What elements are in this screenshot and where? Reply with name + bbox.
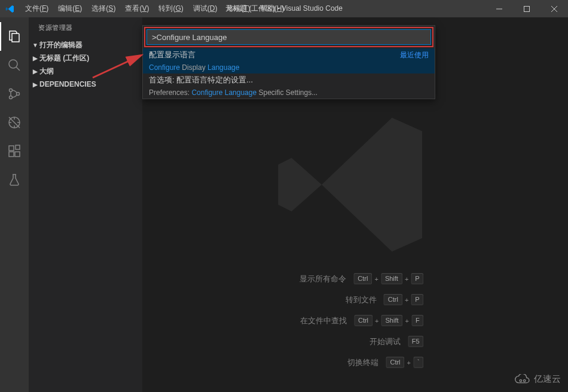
vscode-watermark-icon <box>271 101 439 271</box>
shortcut-keys: Ctrl+` <box>386 357 423 368</box>
explorer-icon[interactable] <box>0 22 29 51</box>
section-label: 打开的编辑器 <box>39 40 83 50</box>
key: Ctrl <box>354 315 372 326</box>
section-workspace[interactable]: ▶无标题 (工作区) <box>29 51 142 65</box>
svg-point-7 <box>10 96 13 99</box>
section-outline[interactable]: ▶大纲 <box>29 65 142 78</box>
shortcut-keys: F5 <box>408 336 424 347</box>
svg-point-17 <box>523 379 526 382</box>
source-control-icon[interactable] <box>0 79 29 108</box>
key: P <box>411 273 423 284</box>
sidebar: 资源管理器 ▼打开的编辑器 ▶无标题 (工作区) ▶大纲 ▶DEPENDENCI… <box>29 17 142 392</box>
palette-item-configure-display-language[interactable]: 配置显示语言 最近使用 <box>143 48 435 62</box>
chevron-right-icon: ▶ <box>31 55 39 62</box>
key: F5 <box>408 336 424 347</box>
palette-item-preferences-language-settings-en[interactable]: Preferences: Configure Language Specific… <box>143 87 435 99</box>
section-label: DEPENDENCIES <box>39 80 96 88</box>
app-icon <box>0 0 20 17</box>
activity-bar <box>0 17 29 392</box>
extensions-icon[interactable] <box>0 137 29 166</box>
section-label: 大纲 <box>39 66 54 76</box>
welcome-shortcuts: 显示所有命令Ctrl+Shift+P转到文件Ctrl+P在文件中查找Ctrl+S… <box>286 273 423 368</box>
palette-item-sublabel: Preferences: Configure Language Specific… <box>149 88 317 97</box>
menu-view[interactable]: 查看(V) <box>120 4 154 14</box>
shortcut-row: 开始调试F5 <box>286 336 423 347</box>
palette-item-label: 配置显示语言 <box>149 50 400 60</box>
key: ` <box>413 357 424 368</box>
shortcut-label: 转到文件 <box>317 295 377 305</box>
shortcut-keys: Ctrl+Shift+F <box>354 315 424 326</box>
svg-line-5 <box>16 67 20 71</box>
shortcut-keys: Ctrl+P <box>384 294 424 305</box>
svg-point-4 <box>9 60 17 68</box>
svg-rect-13 <box>16 145 20 149</box>
svg-rect-11 <box>9 152 14 157</box>
search-icon[interactable] <box>0 51 29 79</box>
key: Ctrl <box>353 273 372 284</box>
palette-item-label: 首选项: 配置语言特定的设置... <box>149 75 429 85</box>
menu-debug[interactable]: 调试(D) <box>188 4 222 14</box>
palette-item-sublabel: Configure Display Language <box>149 63 239 72</box>
sidebar-title: 资源管理器 <box>29 17 142 38</box>
palette-item-configure-display-language-en[interactable]: Configure Display Language <box>143 62 435 74</box>
command-palette-list: 配置显示语言 最近使用 Configure Display Language 首… <box>143 48 435 99</box>
titlebar: 文件(F) 编辑(E) 选择(S) 查看(V) 转到(G) 调试(D) 终端(T… <box>0 0 568 17</box>
brand-watermark-text: 亿速云 <box>534 373 561 385</box>
brand-watermark: 亿速云 <box>514 373 561 385</box>
section-label: 无标题 (工作区) <box>39 53 89 63</box>
test-icon[interactable] <box>0 166 29 194</box>
svg-point-8 <box>17 93 20 96</box>
window-title: 无标题 (工作区) - Visual Studio Code <box>225 4 343 14</box>
svg-rect-12 <box>15 152 20 157</box>
shortcut-row: 转到文件Ctrl+P <box>286 294 423 305</box>
chevron-right-icon: ▶ <box>31 81 39 88</box>
shortcut-label: 开始调试 <box>341 336 401 347</box>
svg-point-16 <box>520 379 522 382</box>
section-dependencies[interactable]: ▶DEPENDENCIES <box>29 78 142 91</box>
window-controls <box>485 0 568 17</box>
debug-icon[interactable] <box>0 108 29 137</box>
svg-rect-10 <box>9 146 14 151</box>
command-palette-input[interactable] <box>146 29 431 45</box>
close-button[interactable] <box>540 0 568 17</box>
shortcut-label: 显示所有命令 <box>286 274 346 284</box>
key: Ctrl <box>384 294 402 305</box>
key: Shift <box>381 273 402 284</box>
shortcut-row: 显示所有命令Ctrl+Shift+P <box>286 273 423 284</box>
svg-point-6 <box>10 89 13 92</box>
palette-item-preferences-language-settings[interactable]: 首选项: 配置语言特定的设置... <box>143 74 435 87</box>
shortcut-label: 在文件中查找 <box>287 316 347 326</box>
menu-go[interactable]: 转到(G) <box>154 4 188 14</box>
menu-edit[interactable]: 编辑(E) <box>53 4 87 14</box>
shortcut-row: 切换终端Ctrl+` <box>286 357 423 368</box>
command-palette: 配置显示语言 最近使用 Configure Display Language 首… <box>142 25 435 99</box>
svg-rect-1 <box>524 6 530 11</box>
key: F <box>411 315 424 326</box>
key: Ctrl <box>386 357 404 368</box>
chevron-right-icon: ▶ <box>31 68 39 75</box>
section-open-editors[interactable]: ▼打开的编辑器 <box>29 38 142 51</box>
menu-file[interactable]: 文件(F) <box>20 4 53 14</box>
minimize-button[interactable] <box>485 0 513 17</box>
shortcut-label: 切换终端 <box>319 357 378 368</box>
menu-selection[interactable]: 选择(S) <box>87 4 120 14</box>
key: Shift <box>381 315 402 326</box>
chevron-down-icon: ▼ <box>31 42 39 48</box>
shortcut-keys: Ctrl+Shift+P <box>353 273 423 284</box>
palette-item-recent: 最近使用 <box>400 50 429 60</box>
key: P <box>411 294 423 305</box>
shortcut-row: 在文件中查找Ctrl+Shift+F <box>286 315 423 326</box>
maximize-button[interactable] <box>513 0 540 17</box>
